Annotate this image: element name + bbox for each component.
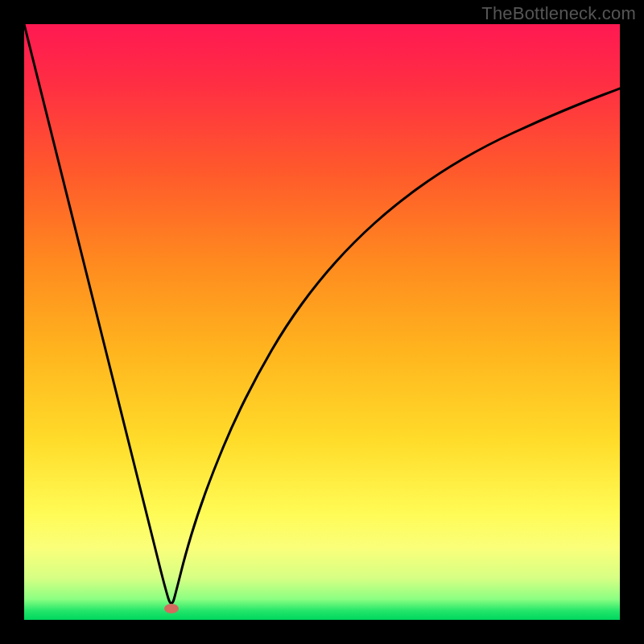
plot-area [24, 24, 620, 620]
chart-svg [24, 24, 620, 620]
chart-frame: TheBottleneck.com [0, 0, 644, 644]
gradient-background [24, 24, 620, 620]
marker-dot [164, 604, 179, 613]
watermark-text: TheBottleneck.com [481, 3, 636, 24]
